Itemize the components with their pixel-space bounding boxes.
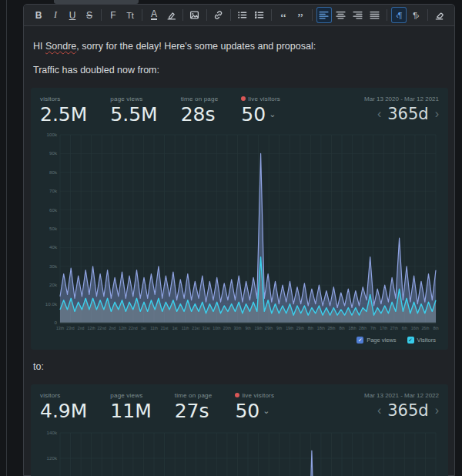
svg-text:23rd: 23rd xyxy=(66,326,74,330)
svg-text:30th: 30th xyxy=(233,326,241,330)
period-selector[interactable]: ‹365d› xyxy=(364,105,439,123)
toolbar-button-numbered-list[interactable] xyxy=(252,7,267,23)
svg-text:16th: 16th xyxy=(411,326,419,330)
legend-label: Visitors xyxy=(417,337,436,344)
analytics-dashboard-2: visitors4.9Mpage views11Mtime on page27s… xyxy=(31,384,448,476)
svg-text:27th: 27th xyxy=(390,326,398,330)
svg-text:18th: 18th xyxy=(317,326,325,330)
toolbar-button-italic[interactable]: I xyxy=(48,7,63,23)
svg-text:11th: 11th xyxy=(150,326,158,330)
toolbar-button-align-center[interactable] xyxy=(333,7,349,23)
toolbar-button-paragraph-ltr[interactable]: ‹¶ xyxy=(391,7,407,23)
quote-close-icon: ” xyxy=(297,9,303,22)
svg-text:140k: 140k xyxy=(47,430,58,435)
toolbar-button-align-left[interactable] xyxy=(316,7,332,23)
period-label[interactable]: 365d xyxy=(387,105,428,123)
period-selector[interactable]: ‹365d› xyxy=(364,401,439,420)
toolbar-button-bullet-list[interactable] xyxy=(235,7,250,23)
toolbar-separator xyxy=(312,9,313,21)
svg-text:6th: 6th xyxy=(402,326,407,330)
font-icon: F xyxy=(110,10,116,21)
period-label[interactable]: 365d xyxy=(387,401,428,420)
legend-label: Page views xyxy=(367,337,396,344)
toolbar-separator xyxy=(427,9,428,21)
stat-number: 2.5M xyxy=(40,103,87,126)
toolbar-button-text-size[interactable]: Tt xyxy=(122,7,138,23)
stat-value[interactable]: 50⌄ xyxy=(241,103,280,126)
svg-text:70k: 70k xyxy=(49,188,58,193)
toolbar-button-align-justify[interactable] xyxy=(367,7,383,23)
toolbar-button-quote-open[interactable]: “ xyxy=(276,7,291,23)
paragraph-rtl-icon: ¶› xyxy=(413,11,418,20)
toolbar-button-image[interactable] xyxy=(187,7,203,23)
intro-paragraph: Traffic has doubled now from: xyxy=(33,64,445,77)
svg-text:7th: 7th xyxy=(370,326,376,330)
bold-icon: B xyxy=(35,10,42,21)
stat-live-visitors: live visitors50⌄ xyxy=(235,392,274,422)
stat-number: 5.5M xyxy=(110,103,157,126)
toolbar-button-align-right[interactable] xyxy=(350,7,366,23)
svg-text:8th: 8th xyxy=(433,326,438,330)
italic-icon: I xyxy=(54,9,57,21)
highlight-icon xyxy=(166,10,176,20)
stat-visitors: visitors4.9M xyxy=(40,392,87,422)
svg-text:18th: 18th xyxy=(349,326,357,330)
svg-text:10th: 10th xyxy=(213,326,220,330)
svg-text:0: 0 xyxy=(55,320,58,325)
chart-legend: ✓Page views✓Visitors xyxy=(40,337,439,344)
bullet-list-icon xyxy=(237,10,247,20)
svg-text:28th: 28th xyxy=(327,326,335,330)
toolbar-button-quote-close[interactable]: ” xyxy=(293,7,308,23)
svg-text:80k: 80k xyxy=(49,169,58,175)
editor-content[interactable]: HI Sondre, sorry for the delay! Here's s… xyxy=(24,26,454,476)
stat-value: 28s xyxy=(181,103,219,126)
rich-text-editor: BIUSFTtA“”‹¶¶› HI Sondre, sorry for the … xyxy=(23,4,455,476)
toolbar-button-underline[interactable]: U xyxy=(65,7,80,23)
toolbar-separator xyxy=(182,9,183,21)
toolbar-button-text-color[interactable]: A xyxy=(146,7,162,23)
stat-label: page views xyxy=(110,392,151,399)
editor-toolbar: BIUSFTtA“”‹¶¶› xyxy=(24,5,454,26)
svg-text:13th: 13th xyxy=(56,326,64,330)
left-divider xyxy=(6,0,7,476)
stat-label: visitors xyxy=(40,96,87,102)
stat-value[interactable]: 50⌄ xyxy=(235,400,274,422)
stat-number: 50 xyxy=(241,103,266,126)
svg-text:2nd: 2nd xyxy=(109,326,116,330)
numbered-list-icon xyxy=(254,10,264,20)
legend-checkbox[interactable]: ✓ xyxy=(407,337,414,344)
next-period-icon[interactable]: › xyxy=(435,108,439,120)
svg-text:19th: 19th xyxy=(286,326,293,330)
toolbar-button-clear-format[interactable] xyxy=(432,7,447,23)
chevron-down-icon[interactable]: ⌄ xyxy=(269,109,276,119)
date-range-block: Mar 13 2020 - Mar 12 2021‹365d› xyxy=(364,96,439,123)
prev-period-icon[interactable]: ‹ xyxy=(377,108,381,120)
svg-text:9th: 9th xyxy=(276,326,282,330)
dashboard-header: visitors4.9Mpage views11Mtime on page27s… xyxy=(40,392,439,422)
legend-checkbox[interactable]: ✓ xyxy=(357,337,363,344)
align-right-icon xyxy=(353,10,363,20)
date-range-block: Mar 13 2021 - Mar 12 2022‹365d› xyxy=(364,392,439,420)
image-icon xyxy=(189,10,199,20)
svg-text:20k: 20k xyxy=(49,282,58,287)
toolbar-button-strikethrough[interactable]: S xyxy=(82,7,97,23)
stat-number: 50 xyxy=(235,400,259,422)
to-paragraph: to: xyxy=(33,360,445,374)
toolbar-button-bold[interactable]: B xyxy=(31,7,46,23)
toolbar-button-highlight[interactable] xyxy=(163,7,179,23)
traffic-chart: 100k90k80k70k60k50k40k30k20k10.0k013th23… xyxy=(40,130,439,332)
legend-item-visitors[interactable]: ✓Visitors xyxy=(407,337,436,344)
toolbar-separator xyxy=(271,9,272,21)
legend-item-page-views[interactable]: ✓Page views xyxy=(357,337,396,344)
prev-period-icon[interactable]: ‹ xyxy=(377,404,381,417)
chevron-down-icon[interactable]: ⌄ xyxy=(263,406,270,416)
align-left-icon xyxy=(319,10,329,20)
toolbar-button-link[interactable] xyxy=(211,7,226,23)
dashboard-header: visitors2.5Mpage views5.5Mtime on page28… xyxy=(40,96,439,126)
next-period-icon[interactable]: › xyxy=(435,404,439,417)
toolbar-button-paragraph-rtl[interactable]: ¶› xyxy=(408,7,424,23)
svg-text:1st: 1st xyxy=(172,326,178,330)
live-dot-icon xyxy=(235,393,239,397)
toolbar-separator xyxy=(230,9,231,21)
toolbar-button-font[interactable]: F xyxy=(105,7,121,23)
